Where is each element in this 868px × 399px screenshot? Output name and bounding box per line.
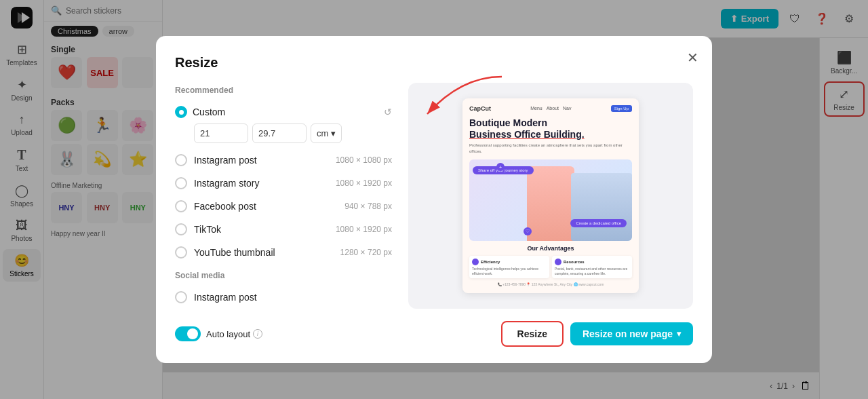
adv-resources-icon xyxy=(555,259,561,265)
facebook-post-radio[interactable] xyxy=(175,200,187,212)
modal-body: Recommended Custom ↺ cm ▾ xyxy=(175,83,693,309)
instagram-post-radio[interactable] xyxy=(175,154,187,166)
recommended-label: Recommended xyxy=(175,86,392,95)
custom-radio[interactable] xyxy=(175,106,187,118)
youtube-thumbnail-radio[interactable] xyxy=(175,246,187,259)
modal-footer: Auto layout i Resize Resize on new page … xyxy=(175,321,693,347)
preview-nav-menu: Menu xyxy=(530,106,542,111)
auto-layout-label: Auto layout i xyxy=(206,329,262,339)
social-media-label: Social media xyxy=(175,271,392,280)
tiktok-label: TikTok xyxy=(194,224,329,235)
preview-title: Boutique Modern Business Office Building… xyxy=(469,117,632,140)
preview-adv-efficiency-title: Efficiency xyxy=(472,259,547,265)
resize-options: Recommended Custom ↺ cm ▾ xyxy=(175,83,392,309)
preview-nav-about: About xyxy=(547,106,559,111)
instagram-story-radio[interactable] xyxy=(175,177,187,189)
dimension-inputs: cm ▾ xyxy=(194,124,392,143)
resize-new-page-label: Resize on new page xyxy=(583,328,673,339)
auto-layout-toggle: Auto layout i xyxy=(175,326,262,341)
resize-new-page-button[interactable]: Resize on new page ▾ xyxy=(570,322,693,345)
adv-efficiency-icon xyxy=(472,259,479,265)
preview-logo: CapCut xyxy=(469,105,491,112)
youtube-thumbnail-dim: 1280 × 720 px xyxy=(340,248,392,257)
tiktok-radio[interactable] xyxy=(175,223,187,235)
preview-adv-resources: Resources Postal, bank, restaurant and o… xyxy=(552,256,632,278)
facebook-post-option[interactable]: Facebook post 940 × 788 px xyxy=(175,195,392,218)
social-media-instagram-post-option[interactable]: Instagram post xyxy=(175,286,392,309)
preview-advantages-title: Our Advantages xyxy=(469,245,632,252)
resize-new-page-chevron-icon: ▾ xyxy=(677,329,681,339)
height-input[interactable] xyxy=(252,124,307,143)
resize-modal: Resize ✕ Recommended Custom ↺ xyxy=(156,36,712,363)
resize-preview: CapCut Menu About Nav Sign Up Boutique M… xyxy=(408,83,693,309)
width-input[interactable] xyxy=(194,124,248,143)
reset-icon[interactable]: ↺ xyxy=(384,107,392,117)
tiktok-option[interactable]: TikTok 1080 × 1920 px xyxy=(175,218,392,241)
resize-button[interactable]: Resize xyxy=(501,321,564,347)
youtube-thumbnail-label: YouTube thumbnail xyxy=(194,247,334,258)
instagram-post-dim: 1080 × 1080 px xyxy=(336,155,392,165)
tiktok-dim: 1080 × 1920 px xyxy=(336,225,392,234)
preview-adv-resources-title: Resources xyxy=(555,259,629,265)
preview-subtitle: Professional supporting facilities creat… xyxy=(469,142,632,154)
preview-card: CapCut Menu About Nav Sign Up Boutique M… xyxy=(462,98,639,293)
custom-label: Custom xyxy=(193,107,378,117)
preview-adv-grid: Efficiency Technological intelligence he… xyxy=(469,256,632,278)
social-media-instagram-label: Instagram post xyxy=(194,292,392,303)
preview-pill-2: Create a dedicated office xyxy=(570,219,627,227)
preview-person xyxy=(527,166,574,241)
modal-overlay: Resize ✕ Recommended Custom ↺ xyxy=(0,0,868,399)
preview-nav-nav: Nav xyxy=(563,106,571,111)
footer-buttons: Resize Resize on new page ▾ xyxy=(501,321,693,347)
instagram-post-label: Instagram post xyxy=(194,155,329,166)
facebook-post-label: Facebook post xyxy=(194,201,338,212)
preview-adv-resources-text: Postal, bank, restaurant and other resou… xyxy=(555,267,629,276)
preview-adv-efficiency: Efficiency Technological intelligence he… xyxy=(469,256,549,278)
modal-close-button[interactable]: ✕ xyxy=(687,50,698,66)
modal-title: Resize xyxy=(175,55,693,71)
instagram-story-option[interactable]: Instagram story 1080 × 1920 px xyxy=(175,172,392,195)
unit-select[interactable]: cm ▾ xyxy=(311,124,342,143)
preview-top-bar: CapCut Menu About Nav Sign Up xyxy=(469,105,632,112)
facebook-post-dim: 940 × 788 px xyxy=(344,202,392,211)
unit-label: cm xyxy=(317,128,328,138)
instagram-post-option[interactable]: Instagram post 1080 × 1080 px xyxy=(175,149,392,172)
auto-layout-info-icon: i xyxy=(253,329,262,339)
instagram-story-label: Instagram story xyxy=(194,178,329,189)
preview-building xyxy=(571,173,632,241)
unit-chevron-icon: ▾ xyxy=(331,128,336,138)
instagram-story-dim: 1080 × 1920 px xyxy=(336,178,392,188)
preview-footer: 📞 +123-456-7890 📍 123 Anywhere St., Any … xyxy=(469,282,632,286)
auto-layout-switch[interactable] xyxy=(175,326,201,341)
preview-image-area: Share off your journey story Create a de… xyxy=(469,159,632,241)
social-media-instagram-radio[interactable] xyxy=(175,291,187,303)
youtube-thumbnail-option[interactable]: YouTube thumbnail 1280 × 720 px xyxy=(175,241,392,264)
preview-adv-efficiency-text: Technological intelligence helps you ach… xyxy=(472,267,547,276)
custom-option-row[interactable]: Custom ↺ xyxy=(175,100,392,124)
preview-nav: Menu About Nav xyxy=(530,106,571,111)
preview-signup: Sign Up xyxy=(611,105,632,112)
